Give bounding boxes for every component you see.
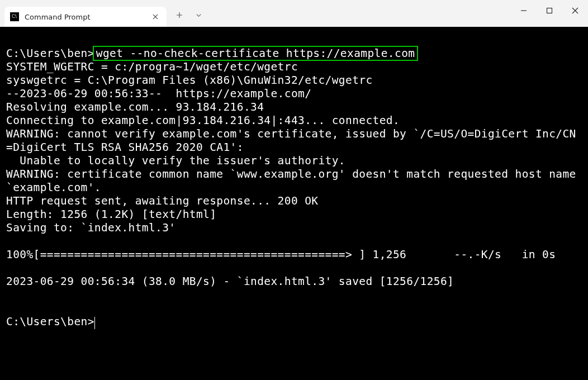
- prompt: C:\Users\ben>: [6, 315, 94, 328]
- close-icon: [572, 7, 578, 14]
- tab-close-button[interactable]: [150, 11, 161, 22]
- svg-rect-0: [547, 8, 552, 13]
- maximize-icon: [546, 7, 553, 14]
- tab-dropdown-button[interactable]: [189, 6, 208, 25]
- maximize-button[interactable]: [537, 0, 562, 21]
- minimize-button[interactable]: [511, 0, 537, 21]
- chevron-down-icon: [196, 12, 202, 18]
- close-icon: [153, 14, 158, 20]
- terminal-output: SYSTEM_WGETRC = c:/progra~1/wget/etc/wge…: [6, 60, 583, 288]
- terminal-content[interactable]: C:\Users\ben>wget --no-check-certificate…: [0, 27, 588, 380]
- tab-title: Command Prompt: [25, 13, 144, 21]
- new-tab-button[interactable]: [170, 6, 189, 25]
- minimize-icon: [520, 7, 527, 14]
- plus-icon: [176, 12, 183, 18]
- tab[interactable]: C:\ Command Prompt: [4, 7, 167, 27]
- cmd-icon: C:\: [10, 12, 19, 21]
- window-close-button[interactable]: [562, 0, 588, 21]
- prompt: C:\Users\ben>: [6, 47, 94, 60]
- cursor: [94, 317, 96, 329]
- title-bar: C:\ Command Prompt: [0, 0, 588, 27]
- highlighted-command: wget --no-check-certificate https://exam…: [93, 46, 419, 61]
- window-controls: [511, 0, 588, 21]
